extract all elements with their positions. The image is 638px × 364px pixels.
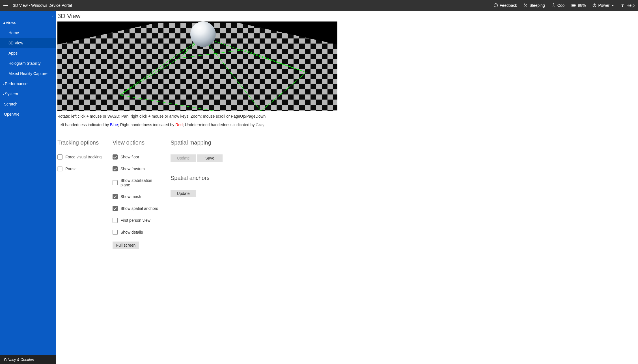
feedback-button[interactable]: Feedback (493, 3, 517, 8)
power-icon (592, 3, 597, 8)
sidebar-item-openxr[interactable]: OpenXR (0, 109, 56, 119)
feedback-icon (493, 3, 498, 8)
thermal-label: Cool (557, 3, 566, 8)
pause-label: Pause (65, 167, 77, 171)
clock-icon (523, 3, 528, 8)
sphere-marker (190, 21, 216, 47)
force-visual-tracking-checkbox[interactable] (57, 154, 62, 160)
legend-blue: Blue (110, 122, 118, 127)
spatial-mapping-heading: Spatial mapping (171, 139, 227, 146)
sidebar-item-3d-view[interactable]: 3D View (0, 38, 56, 48)
legend-left-prefix: Left handedness indicated by (57, 122, 110, 127)
show-frustum-label: Show frustum (120, 167, 145, 171)
sidebar: ‹ ◢ Views Home 3D View Apps Hologram Sta… (0, 11, 56, 364)
show-mesh-checkbox[interactable] (113, 194, 118, 199)
help-label: Help (626, 3, 635, 8)
legend-right-prefix: ; Right handedness indicated by (118, 122, 175, 127)
chevron-down-icon (612, 5, 614, 6)
spatial-mapping-update-button[interactable]: Update (171, 154, 196, 162)
svg-point-2 (496, 5, 497, 5)
thermal-status[interactable]: Cool (551, 3, 566, 8)
pause-checkbox[interactable] (57, 166, 62, 171)
spatial-mapping-save-button[interactable]: Save (197, 154, 223, 162)
first-person-view-checkbox[interactable] (113, 218, 118, 223)
3d-viewport[interactable] (57, 21, 337, 111)
full-screen-button[interactable]: Full screen (113, 242, 139, 249)
power-label: Power (598, 3, 610, 8)
legend-red: Red (175, 122, 183, 127)
sleep-status[interactable]: Sleeping (523, 3, 545, 8)
sleep-label: Sleeping (529, 3, 545, 8)
caret-down-icon: ◢ (3, 21, 5, 24)
main-content: 3D View (56, 11, 638, 364)
show-details-checkbox[interactable] (113, 230, 118, 235)
sidebar-section-performance[interactable]: ▸ Performance (0, 79, 56, 89)
show-floor-checkbox[interactable] (113, 154, 118, 160)
tracking-options-heading: Tracking options (57, 139, 104, 146)
view-options-heading: View options (113, 139, 162, 146)
feedback-label: Feedback (500, 3, 517, 8)
legend-undet-prefix: ; Undetermined handedness indicated by (183, 122, 256, 127)
show-spatial-anchors-checkbox[interactable] (113, 206, 118, 211)
show-mesh-label: Show mesh (120, 194, 141, 199)
first-person-view-label: First person view (120, 218, 150, 223)
window-title: 3D View - Windows Device Portal (13, 3, 72, 8)
help-icon: ? (620, 3, 625, 8)
header-bar: 3D View - Windows Device Portal Feedback… (0, 0, 638, 11)
power-menu[interactable]: Power (592, 3, 614, 8)
force-visual-tracking-label: Force visual tracking (65, 155, 102, 159)
thermometer-icon (551, 3, 556, 8)
show-spatial-anchors-label: Show spatial anchors (120, 206, 158, 211)
hamburger-menu-icon[interactable] (3, 4, 8, 7)
sidebar-item-home[interactable]: Home (0, 28, 56, 38)
handedness-legend: Left handedness indicated by Blue; Right… (57, 122, 635, 127)
help-button[interactable]: ? Help (620, 3, 635, 8)
spatial-anchors-heading: Spatial anchors (171, 175, 227, 181)
battery-icon (572, 3, 576, 8)
sidebar-section-label: Performance (5, 81, 27, 86)
sidebar-item-scratch[interactable]: Scratch (0, 99, 56, 109)
show-details-label: Show details (120, 230, 143, 234)
sidebar-section-system[interactable]: ▸ System (0, 89, 56, 99)
page-title: 3D View (57, 12, 635, 20)
caret-right-icon: ▸ (3, 92, 4, 96)
svg-point-1 (495, 5, 495, 5)
svg-rect-5 (572, 5, 575, 6)
show-stabilization-plane-checkbox[interactable] (113, 180, 118, 185)
sidebar-section-label: Views (6, 20, 16, 25)
sidebar-item-mixed-reality-capture[interactable]: Mixed Reality Capture (0, 68, 56, 79)
sidebar-item-apps[interactable]: Apps (0, 48, 56, 58)
battery-status[interactable]: 98% (572, 3, 586, 8)
sidebar-collapse-icon[interactable]: ‹ (52, 14, 53, 18)
battery-label: 98% (578, 3, 586, 8)
controls-help-text: Rotate: left click + mouse or WASD; Pan:… (57, 114, 635, 119)
sidebar-item-hologram-stability[interactable]: Hologram Stability (0, 58, 56, 68)
sidebar-section-label: System (5, 92, 18, 96)
sidebar-section-views[interactable]: ◢ Views (0, 18, 56, 28)
spatial-anchors-update-button[interactable]: Update (171, 190, 196, 197)
show-floor-label: Show floor (120, 155, 139, 159)
caret-right-icon: ▸ (3, 82, 4, 85)
privacy-cookies-link[interactable]: Privacy & Cookies (0, 355, 56, 364)
svg-rect-6 (576, 5, 576, 6)
show-stabilization-plane-label: Show stabilization plane (120, 178, 162, 187)
svg-point-0 (494, 4, 497, 7)
legend-gray: Gray (256, 122, 264, 127)
show-frustum-checkbox[interactable] (113, 166, 118, 171)
